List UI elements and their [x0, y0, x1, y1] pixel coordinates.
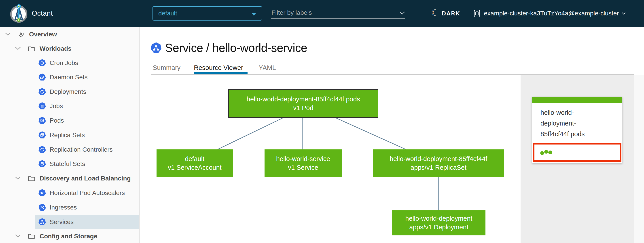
sidebar-item-replica-sets[interactable]: Replica Sets: [0, 128, 139, 142]
page-title: Service / hello-world-service: [165, 41, 307, 54]
chevron-down-icon[interactable]: [15, 46, 21, 50]
graph-node-serviceaccount[interactable]: default v1 ServiceAccount: [156, 149, 233, 177]
node-kind: v1 Pod: [293, 104, 313, 112]
node-kind: apps/v1 ReplicaSet: [410, 163, 466, 172]
sidebar-item-discovery-and-load-balancing[interactable]: Discovery and Load Balancing: [0, 171, 139, 186]
graph-edge: [336, 118, 406, 149]
sidebar-item-replication-controllers[interactable]: Replication Controllers: [0, 143, 139, 157]
sidebar-item-label: Services: [50, 215, 74, 229]
card-title: hello-world-deployment-85ff4cf44f pods: [540, 107, 601, 139]
scrollbar-track: [634, 75, 644, 243]
sidebar-item-label: Daemon Sets: [50, 70, 88, 84]
pod-status-dot: [544, 150, 548, 154]
sidebar-item-services[interactable]: Services: [0, 215, 139, 229]
node-kind: v1 Service: [288, 163, 318, 172]
filter-underline: [271, 18, 405, 19]
folder-icon: [28, 45, 35, 52]
sidebar-item-label: Pods: [50, 113, 64, 128]
selected-object-card[interactable]: hello-world-deployment-85ff4cf44f pods: [532, 97, 622, 163]
chevron-down-icon[interactable]: [5, 32, 11, 36]
sidebar-item-ingresses[interactable]: Ingresses: [0, 200, 139, 215]
node-name: hello-world-service: [276, 155, 330, 163]
caret-down-icon: [251, 13, 256, 16]
sidebar-item-workloads[interactable]: Workloads: [0, 41, 139, 56]
namespace-dropdown-value: default: [158, 10, 177, 17]
moon-icon: ☾: [431, 8, 439, 17]
sidebar-nav: Overview Workloads Cron Jobs Daemon Sets…: [0, 27, 140, 243]
deployments-icon: [38, 88, 46, 96]
ingresses-icon: [38, 204, 46, 211]
graph-node-deployment[interactable]: hello-world-deployment apps/v1 Deploymen…: [392, 210, 486, 236]
sidebar-item-label: Discovery and Load Balancing: [40, 171, 131, 186]
pod-status-dot: [548, 151, 552, 154]
replication-controllers-icon: [38, 146, 46, 153]
services-icon: [38, 218, 46, 226]
folder-icon: [28, 233, 35, 240]
pod-status-dot: [540, 151, 544, 155]
namespace-dropdown[interactable]: default: [152, 6, 262, 20]
sidebar-item-label: Stateful Sets: [50, 157, 85, 171]
sidebar-item-label: Workloads: [40, 41, 72, 56]
tab-resource-viewer[interactable]: Resource Viewer: [194, 64, 243, 72]
sidebar-item-daemon-sets[interactable]: Daemon Sets: [0, 70, 139, 84]
card-status-bar: [532, 97, 622, 103]
app-title: Octant: [32, 0, 53, 27]
sidebar-item-label: Config and Storage: [40, 229, 97, 243]
cluster-selector[interactable]: example-cluster-ka3TuTzYo4a@example-clus…: [473, 0, 626, 27]
pod-status-section-highlighted[interactable]: [533, 143, 622, 162]
cluster-chevron-down-icon: [622, 12, 626, 15]
node-kind: v1 ServiceAccount: [168, 163, 222, 172]
objects-icon: [18, 31, 26, 38]
sidebar-item-label: Deployments: [50, 85, 86, 99]
sidebar-item-cron-jobs[interactable]: Cron Jobs: [0, 56, 139, 70]
sidebar-item-deployments[interactable]: Deployments: [0, 85, 139, 99]
hpa-icon: [38, 189, 46, 197]
cluster-icon: [473, 9, 481, 18]
theme-toggle-label: DARK: [442, 10, 460, 17]
service-resource-icon: [150, 42, 162, 54]
sidebar-item-config-and-storage[interactable]: Config and Storage: [0, 229, 139, 243]
sidebar-item-label: Jobs: [50, 99, 63, 113]
sidebar-item-horizontal-pod-autoscalers[interactable]: Horizontal Pod Autoscalers: [0, 186, 139, 200]
app-header: Octant default ☾ DARK example-cluster-ka…: [0, 0, 644, 27]
node-name: hello-world-deployment-85ff4cf44f pods: [247, 95, 360, 104]
cron-jobs-icon: [38, 59, 46, 67]
daemon-sets-icon: [38, 73, 46, 81]
sidebar-item-stateful-sets[interactable]: Stateful Sets: [0, 157, 139, 171]
sidebar-item-label: Ingresses: [50, 200, 77, 215]
node-name: hello-world-deployment-85ff4cf44f: [390, 155, 487, 163]
replica-sets-icon: [38, 131, 46, 139]
theme-toggle-button[interactable]: ☾ DARK: [431, 0, 460, 27]
stateful-sets-icon: [38, 160, 46, 168]
sidebar-item-label: Replica Sets: [50, 128, 85, 142]
sidebar-item-label: Horizontal Pod Autoscalers: [50, 186, 125, 200]
chevron-down-icon[interactable]: [15, 176, 21, 180]
octant-logo-icon: [8, 3, 29, 24]
chevron-down-icon[interactable]: [15, 234, 21, 238]
cluster-name: example-cluster-ka3TuTzYo4a@example-clus…: [484, 10, 619, 17]
graph-edge: [218, 118, 283, 149]
sidebar-item-label: Replication Controllers: [50, 143, 113, 157]
node-name: default: [185, 155, 204, 163]
sidebar-item-pods[interactable]: Pods: [0, 113, 139, 128]
node-name: hello-world-deployment: [406, 214, 472, 223]
sidebar-item-label: Overview: [29, 27, 57, 41]
sidebar-item-jobs[interactable]: Jobs: [0, 99, 139, 113]
sidebar-item-label: Cron Jobs: [50, 56, 78, 70]
label-filter: [271, 0, 405, 27]
graph-node-service[interactable]: hello-world-service v1 Service: [264, 149, 342, 177]
resource-graph: hello-world-deployment-85ff4cf44f pods v…: [140, 75, 520, 243]
active-tab-underline: [194, 72, 248, 74]
folder-icon: [28, 175, 35, 182]
graph-node-replicaset[interactable]: hello-world-deployment-85ff4cf44f apps/v…: [373, 149, 504, 177]
node-kind: apps/v1 Deployment: [409, 223, 468, 232]
sidebar-item-overview[interactable]: Overview: [0, 27, 139, 41]
filter-chevron-down-icon[interactable]: [399, 11, 405, 14]
pods-icon: [38, 117, 46, 124]
label-filter-input[interactable]: [272, 8, 397, 17]
selected-object-panel: hello-world-deployment-85ff4cf44f pods: [520, 75, 634, 243]
jobs-icon: [38, 102, 46, 110]
tab-yaml[interactable]: YAML: [259, 64, 276, 72]
graph-node-pod[interactable]: hello-world-deployment-85ff4cf44f pods v…: [228, 89, 378, 118]
tab-summary[interactable]: Summary: [153, 64, 180, 72]
